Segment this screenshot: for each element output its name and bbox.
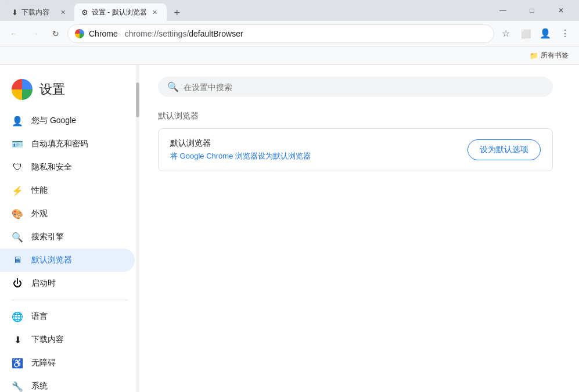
all-bookmarks-item[interactable]: 📁 所有书签 [526,49,572,62]
minimize-button[interactable]: — [490,1,516,20]
folder-icon: 📁 [530,52,538,60]
download-icon: ⬇ [12,334,23,346]
extensions-button[interactable]: ⬜ [516,24,535,43]
search-input[interactable] [184,82,544,92]
sidebar-item-default-browser-label: 默认浏览器 [31,255,72,265]
settings-tab-icon: ⚙ [81,8,88,17]
browser-icon: 🖥 [12,254,23,266]
person-icon: 👤 [12,115,23,127]
back-button[interactable]: ← [5,24,23,43]
chrome-logo [12,79,33,100]
bookmark-button[interactable]: ☆ [497,24,515,43]
toolbar-right: ☆ ⬜ 👤 ⋮ [497,24,574,43]
tab-settings[interactable]: ⚙ 设置 - 默认浏览器 ✕ [74,3,167,21]
system-icon: 🔧 [12,380,23,392]
sidebar-header: 设置 [0,74,139,109]
tab-bar: ⬇ 下载内容 ✕ ⚙ 设置 - 默认浏览器 ✕ + [5,0,487,21]
sidebar-item-autofill[interactable]: 🪪 自动填充和密码 [0,132,135,156]
accessibility-icon: ♿ [12,357,23,369]
forward-button[interactable]: → [26,24,44,43]
sidebar: 设置 👤 您与 Google 🪪 自动填充和密码 🛡 隐私和安全 ⚡ 性能 🎨 … [0,65,139,392]
power-icon: ⏻ [12,278,23,289]
sidebar-scrollbar[interactable] [136,65,139,392]
sidebar-item-performance[interactable]: ⚡ 性能 [0,179,135,202]
all-bookmarks-label: 所有书签 [541,51,569,60]
download-icon: ⬇ [12,8,18,17]
tab-settings-close[interactable]: ✕ [150,8,160,17]
sidebar-item-google-label: 您与 Google [31,116,76,126]
sidebar-title: 设置 [39,81,65,98]
sidebar-item-google[interactable]: 👤 您与 Google [0,109,135,132]
content-area: 🔍 默认浏览器 默认浏览器 将 Google Chrome 浏览器设为默认浏览器… [139,65,579,392]
window-controls: — □ ✕ [490,1,574,20]
sidebar-item-appearance-label: 外观 [31,208,48,219]
address-bar[interactable]: Chrome chrome://settings/defaultBrowser [67,24,494,43]
sidebar-item-autofill-label: 自动填充和密码 [31,139,88,149]
sidebar-item-languages[interactable]: 🌐 语言 [0,305,135,328]
search-icon: 🔍 [167,81,179,92]
sidebar-item-startup[interactable]: ⏻ 启动时 [0,272,135,295]
section-title: 默认浏览器 [158,111,560,121]
sidebar-item-downloads-label: 下载内容 [31,335,64,345]
site-icon [75,29,84,38]
tab-downloads-label: 下载内容 [21,8,49,17]
maximize-button[interactable]: □ [519,1,545,20]
shield-icon: 🛡 [12,161,23,173]
new-tab-button[interactable]: + [169,5,185,21]
badge-icon: 🪪 [12,138,23,150]
sidebar-item-accessibility[interactable]: ♿ 无障碍 [0,351,135,375]
sidebar-item-search[interactable]: 🔍 搜索引擎 [0,225,135,249]
sidebar-item-downloads[interactable]: ⬇ 下载内容 [0,328,135,351]
card-text: 默认浏览器 将 Google Chrome 浏览器设为默认浏览器 [170,138,311,161]
sidebar-item-default-browser[interactable]: 🖥 默认浏览器 [0,249,135,272]
menu-button[interactable]: ⋮ [556,24,574,43]
search-bar[interactable]: 🔍 [158,77,553,97]
sidebar-item-accessibility-label: 无障碍 [31,358,56,368]
globe-icon: 🌐 [12,311,23,322]
profile-button[interactable]: 👤 [536,24,555,43]
card-subtitle: 将 Google Chrome 浏览器设为默认浏览器 [170,151,311,161]
search-icon: 🔍 [12,231,23,243]
default-browser-card: 默认浏览器 将 Google Chrome 浏览器设为默认浏览器 设为默认选项 [158,128,553,171]
palette-icon: 🎨 [12,208,23,220]
sidebar-item-search-label: 搜索引擎 [31,232,64,242]
sidebar-item-privacy-label: 隐私和安全 [31,162,72,172]
sidebar-item-system-label: 系统 [31,381,48,391]
main-content: 设置 👤 您与 Google 🪪 自动填充和密码 🛡 隐私和安全 ⚡ 性能 🎨 … [0,65,579,392]
tab-settings-label: 设置 - 默认浏览器 [92,8,147,17]
tab-downloads[interactable]: ⬇ 下载内容 ✕ [5,3,74,21]
sidebar-item-privacy[interactable]: 🛡 隐私和安全 [0,156,135,179]
sidebar-item-system[interactable]: 🔧 系统 [0,375,135,392]
card-title: 默认浏览器 [170,138,311,149]
refresh-button[interactable]: ↻ [46,24,65,43]
sidebar-divider [12,300,128,300]
bookmarks-bar: 📁 所有书签 [0,46,579,65]
sidebar-item-appearance[interactable]: 🎨 外观 [0,202,135,225]
sidebar-item-startup-label: 启动时 [31,278,56,289]
titlebar: ⬇ 下载内容 ✕ ⚙ 设置 - 默认浏览器 ✕ + — □ ✕ [0,0,579,21]
speed-icon: ⚡ [12,185,23,196]
set-default-button[interactable]: 设为默认选项 [467,139,541,160]
scrollbar-thumb [136,82,139,117]
tab-downloads-close[interactable]: ✕ [58,8,67,17]
address-text: chrome://settings/defaultBrowser [125,29,243,38]
chrome-label: Chrome [89,29,118,38]
sidebar-item-performance-label: 性能 [31,185,48,196]
sidebar-item-languages-label: 语言 [31,311,48,322]
toolbar: ← → ↻ Chrome chrome://settings/defaultBr… [0,21,579,46]
close-button[interactable]: ✕ [548,1,574,20]
